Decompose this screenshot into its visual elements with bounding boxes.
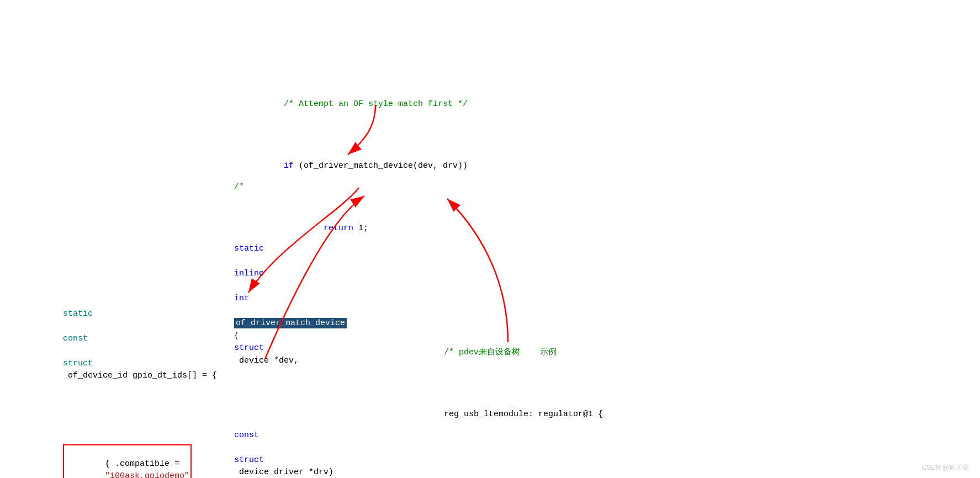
code-display: /* Attempt an OF style match first */ if…: [0, 0, 980, 478]
watermark: CSDN @风正浓: [921, 463, 969, 472]
compatible-box: { .compatible = "100ask,gpiodemo" , },: [63, 444, 192, 478]
dt-block: /* pdev来自设备树 示例 reg_usb_ltemodule: regul…: [414, 309, 787, 478]
gpio-block: static const struct of_device_id gpio_dt…: [33, 270, 267, 478]
comment-line: /* Attempt an OF style match first */: [254, 86, 468, 123]
